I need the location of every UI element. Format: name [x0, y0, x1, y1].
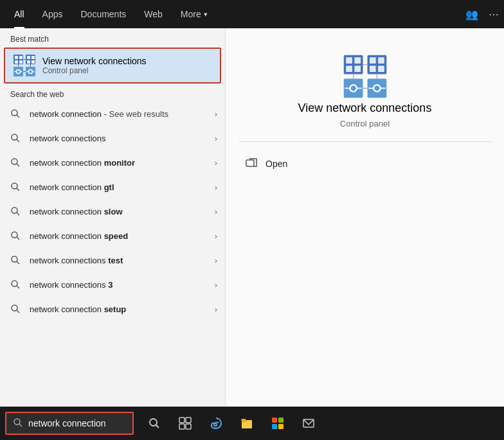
svg-rect-76	[272, 424, 277, 429]
search-icon	[8, 228, 23, 243]
svg-rect-41	[346, 57, 352, 64]
search-icon	[8, 277, 23, 292]
list-item[interactable]: network connection speed ›	[0, 224, 225, 248]
svg-rect-9	[32, 60, 35, 64]
svg-rect-49	[378, 66, 384, 72]
svg-line-64	[19, 424, 22, 427]
svg-line-29	[17, 188, 19, 191]
best-match-label: Best match	[0, 28, 225, 48]
svg-line-31	[17, 213, 19, 215]
taskbar-search-area[interactable]	[5, 412, 134, 435]
tab-web[interactable]: Web	[135, 0, 172, 28]
best-match-text: View network connections Control panel	[42, 56, 147, 75]
svg-rect-7	[32, 56, 35, 59]
result-text: network connections	[30, 134, 215, 143]
list-item[interactable]: network connection gtl ›	[0, 175, 225, 199]
right-panel: View network connections Control panel O…	[225, 28, 504, 407]
svg-line-35	[17, 261, 19, 264]
svg-rect-67	[179, 418, 184, 423]
best-match-item[interactable]: View network connections Control panel	[4, 48, 221, 84]
chevron-right-icon: ›	[215, 304, 217, 314]
open-label: Open	[266, 159, 287, 169]
svg-rect-68	[186, 418, 191, 423]
taskbar-search-icon	[13, 418, 23, 430]
chevron-right-icon: ›	[215, 182, 217, 192]
svg-rect-69	[179, 424, 184, 429]
taskbar-search-input[interactable]	[28, 418, 125, 428]
tab-more[interactable]: More ▾	[172, 0, 217, 28]
svg-line-25	[17, 139, 19, 142]
tab-apps[interactable]: Apps	[33, 0, 72, 28]
svg-rect-77	[278, 424, 284, 429]
svg-line-66	[156, 425, 159, 428]
ellipsis-icon[interactable]: ⋯	[489, 8, 499, 21]
svg-point-28	[12, 183, 17, 189]
open-action[interactable]: Open	[239, 152, 491, 175]
more-chevron-icon: ▾	[204, 10, 208, 19]
list-item[interactable]: network connection - See web results ›	[0, 101, 225, 126]
list-item[interactable]: network connections ›	[0, 126, 225, 150]
result-text: network connection setup	[30, 304, 215, 314]
svg-rect-75	[278, 418, 284, 423]
right-panel-title: View network connections	[298, 101, 432, 115]
list-item[interactable]: network connection slow ›	[0, 199, 225, 224]
svg-line-27	[17, 164, 19, 166]
result-text: network connection gtl	[30, 182, 215, 192]
result-text: network connections 3	[30, 280, 215, 290]
chevron-right-icon: ›	[215, 109, 217, 119]
svg-rect-1	[15, 56, 18, 59]
open-icon	[244, 156, 259, 172]
chevron-right-icon: ›	[215, 280, 217, 290]
taskbar-mail-btn[interactable]	[294, 409, 323, 437]
divider	[239, 141, 491, 142]
tab-documents[interactable]: Documents	[71, 0, 135, 28]
taskbar	[0, 407, 504, 440]
taskbar-store-btn[interactable]	[264, 409, 292, 437]
svg-point-38	[12, 305, 17, 311]
search-icon	[8, 204, 23, 219]
best-match-subtitle: Control panel	[42, 66, 147, 75]
list-item[interactable]: network connection setup ›	[0, 297, 225, 321]
chevron-right-icon: ›	[215, 256, 217, 265]
svg-point-22	[12, 110, 17, 116]
search-icon	[8, 130, 23, 146]
list-item[interactable]: network connections 3 ›	[0, 272, 225, 297]
taskbar-files-btn[interactable]	[233, 409, 261, 437]
svg-point-32	[12, 232, 17, 238]
main-content: Best match	[0, 28, 504, 407]
svg-point-34	[12, 256, 17, 262]
top-nav: All Apps Documents Web More ▾ 👥 ⋯	[0, 0, 504, 28]
search-icon	[8, 106, 23, 121]
top-nav-icons: 👥 ⋯	[465, 8, 499, 21]
svg-rect-46	[370, 57, 376, 64]
svg-rect-62	[246, 160, 254, 166]
svg-rect-70	[186, 424, 191, 429]
search-icon	[8, 155, 23, 170]
svg-rect-4	[19, 60, 22, 64]
taskbar-search-btn[interactable]	[140, 409, 168, 437]
svg-rect-47	[378, 57, 384, 64]
chevron-right-icon: ›	[215, 231, 217, 241]
search-icon	[8, 252, 23, 268]
search-icon	[8, 301, 23, 317]
svg-rect-43	[346, 66, 352, 72]
result-text: network connection speed	[30, 231, 215, 241]
result-text: network connection - See web results	[30, 109, 215, 119]
svg-rect-73	[241, 419, 246, 421]
chevron-right-icon: ›	[215, 134, 217, 143]
svg-point-36	[12, 281, 17, 286]
svg-rect-44	[354, 66, 361, 72]
list-item[interactable]: network connection monitor ›	[0, 150, 225, 175]
svg-rect-8	[27, 60, 30, 64]
chevron-right-icon: ›	[215, 158, 217, 168]
svg-point-63	[14, 419, 20, 425]
tab-all[interactable]: All	[5, 0, 33, 28]
person-icon[interactable]: 👥	[465, 8, 478, 21]
svg-line-37	[17, 286, 19, 288]
taskbar-task-view-btn[interactable]	[171, 409, 199, 437]
list-item[interactable]: network connections test ›	[0, 248, 225, 272]
right-panel-subtitle: Control panel	[340, 119, 390, 128]
taskbar-edge-btn[interactable]	[202, 409, 230, 437]
svg-line-23	[17, 115, 19, 118]
svg-rect-48	[370, 66, 376, 72]
